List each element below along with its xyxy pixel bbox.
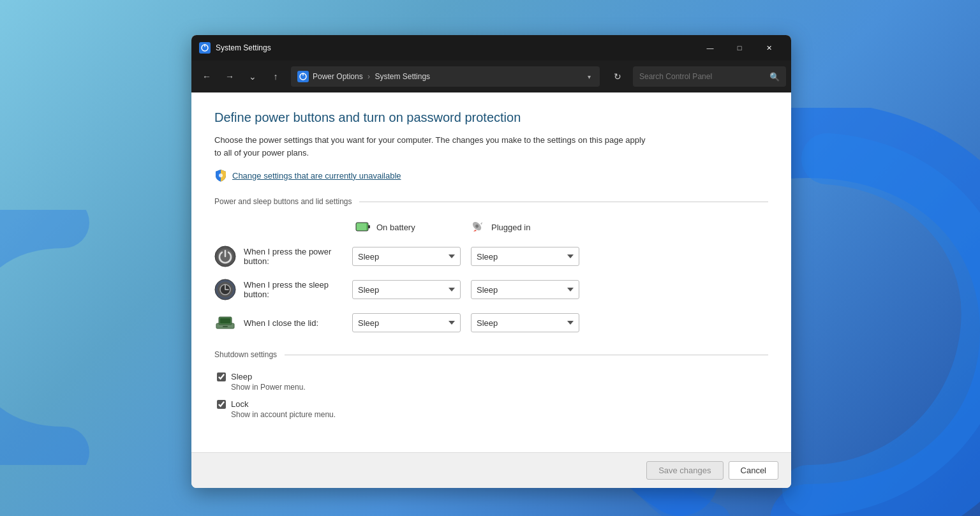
- page-description: Choose the power settings that you want …: [214, 134, 648, 159]
- back-button[interactable]: ←: [197, 66, 217, 87]
- lid-dropdowns: Sleep Do nothing Hibernate Shut down Sle…: [352, 313, 579, 332]
- addressbar: ← → ⌄ ↑ Power Options › System Settings …: [191, 61, 791, 92]
- window-title: System Settings: [216, 43, 695, 52]
- svg-rect-0: [199, 42, 211, 54]
- address-box: Power Options › System Settings ▾: [291, 66, 600, 87]
- address-icon: [297, 71, 309, 82]
- sleep-button-icon: [214, 279, 236, 300]
- power-button-battery-select[interactable]: Sleep Do nothing Hibernate Shut down Tur…: [352, 247, 461, 266]
- sleep-checkbox-row: Sleep Show in Power menu.: [214, 372, 768, 392]
- dropdown-button[interactable]: ⌄: [242, 66, 263, 87]
- page-title: Define power buttons and turn on passwor…: [214, 110, 768, 125]
- sleep-button-row: When I press the sleep button: Sleep Do …: [214, 279, 768, 300]
- lock-checkbox[interactable]: [217, 400, 226, 409]
- lid-plugged-select[interactable]: Sleep Do nothing Hibernate Shut down: [471, 313, 579, 332]
- svg-rect-8: [368, 225, 370, 228]
- lock-checkbox-desc: Show in account picture menu.: [217, 410, 768, 419]
- search-input[interactable]: [639, 72, 769, 81]
- on-battery-label: On battery: [376, 223, 415, 232]
- power-section-title: Power and sleep buttons and lid settings: [214, 197, 352, 206]
- forward-button[interactable]: →: [219, 66, 240, 87]
- up-button[interactable]: ↑: [265, 66, 286, 87]
- sleep-checkbox-desc: Show in Power menu.: [217, 383, 768, 392]
- battery-icon: [355, 219, 371, 235]
- shutdown-section-title: Shutdown settings: [214, 350, 277, 359]
- lid-row: When I close the lid: Sleep Do nothing H…: [214, 312, 768, 334]
- power-button-label: When I press the power button:: [244, 247, 352, 266]
- cancel-button[interactable]: Cancel: [729, 461, 778, 480]
- sleep-checkbox[interactable]: [217, 372, 226, 381]
- plugged-in-label: Plugged in: [491, 223, 530, 232]
- shutdown-section-divider: [285, 355, 768, 355]
- on-battery-header: On battery: [355, 219, 470, 235]
- maximize-button[interactable]: □: [725, 35, 754, 61]
- plugged-icon: [470, 219, 486, 235]
- address-dropdown-icon[interactable]: ▾: [585, 72, 593, 82]
- uac-shield-icon: [214, 169, 227, 182]
- column-headers: On battery Plugged in: [214, 219, 768, 235]
- svg-rect-9: [357, 223, 366, 230]
- power-button-row: When I press the power button: Sleep Do …: [214, 246, 768, 267]
- sleep-button-plugged-select[interactable]: Sleep Do nothing Hibernate Shut down: [471, 280, 579, 299]
- lock-checkbox-row: Lock Show in account picture menu.: [214, 399, 768, 419]
- sleep-button-battery-select[interactable]: Sleep Do nothing Hibernate Shut down: [352, 280, 461, 299]
- footer: Save changes Cancel: [191, 452, 791, 488]
- minimize-button[interactable]: —: [695, 35, 725, 61]
- svg-rect-3: [297, 71, 309, 82]
- power-button-dropdowns: Sleep Do nothing Hibernate Shut down Tur…: [352, 247, 579, 266]
- lid-icon: [214, 312, 236, 334]
- close-button[interactable]: ✕: [754, 35, 783, 61]
- app-icon: [199, 42, 211, 54]
- shutdown-section: Shutdown settings Sleep Show in Power me…: [214, 350, 768, 427]
- svg-rect-19: [220, 318, 230, 323]
- lid-label: When I close the lid:: [244, 318, 352, 328]
- section-divider: [359, 202, 768, 202]
- window-controls: — □ ✕: [695, 35, 783, 61]
- power-section-header: Power and sleep buttons and lid settings: [214, 197, 768, 206]
- sleep-button-dropdowns: Sleep Do nothing Hibernate Shut down Sle…: [352, 280, 579, 299]
- lid-battery-select[interactable]: Sleep Do nothing Hibernate Shut down: [352, 313, 461, 332]
- system-settings-window: System Settings — □ ✕ ← → ⌄ ↑ Power Opti…: [191, 35, 791, 488]
- address-path: Power Options › System Settings: [313, 72, 585, 81]
- sleep-checkbox-label: Sleep: [231, 372, 252, 381]
- refresh-button[interactable]: ↻: [607, 66, 628, 87]
- search-box: 🔍: [633, 66, 786, 87]
- search-icon[interactable]: 🔍: [769, 72, 780, 82]
- svg-point-6: [219, 173, 223, 177]
- sleep-button-label: When I press the sleep button:: [244, 280, 352, 299]
- address-part-settings[interactable]: System Settings: [375, 72, 430, 81]
- power-button-icon: [214, 246, 236, 267]
- change-settings-text[interactable]: Change settings that are currently unava…: [232, 171, 401, 181]
- address-part-power[interactable]: Power Options: [313, 72, 363, 81]
- content-area: Define power buttons and turn on passwor…: [191, 92, 791, 452]
- svg-rect-20: [223, 326, 228, 327]
- plugged-in-header: Plugged in: [470, 219, 584, 235]
- save-changes-button[interactable]: Save changes: [646, 461, 723, 480]
- lock-checkbox-label: Lock: [231, 399, 248, 409]
- power-button-plugged-select[interactable]: Sleep Do nothing Hibernate Shut down Tur…: [471, 247, 579, 266]
- shutdown-section-header: Shutdown settings: [214, 350, 768, 359]
- titlebar: System Settings — □ ✕: [191, 35, 791, 61]
- change-settings-link[interactable]: Change settings that are currently unava…: [214, 169, 768, 182]
